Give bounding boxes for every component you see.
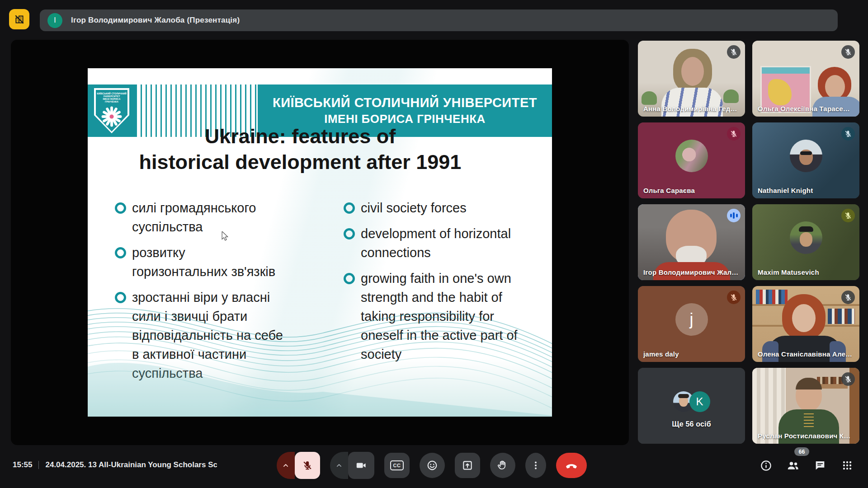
participant-name: Maxim Matusevich bbox=[758, 268, 819, 276]
mic-off-icon bbox=[730, 48, 738, 56]
meeting-info: 15:55 24.04.2025. 13 All-Ukrainian Young… bbox=[13, 460, 217, 469]
more-participants-tile[interactable]: K Ще 56 осіб bbox=[638, 368, 745, 444]
camera-control-group bbox=[330, 452, 374, 479]
participant-tile-ruslan[interactable]: Руслан Ростиславович К… bbox=[752, 368, 859, 444]
mic-off-icon bbox=[730, 130, 738, 138]
person-face bbox=[825, 75, 845, 99]
participants-grid: Анна Володимирівна Гед… Ольга Олексіївна… bbox=[638, 41, 859, 444]
mic-off-icon bbox=[844, 48, 852, 56]
clock-time: 15:55 bbox=[13, 460, 32, 469]
embroidery bbox=[804, 411, 814, 429]
participant-tile-james[interactable]: j james daly bbox=[638, 286, 745, 362]
presentation-stage: КИЇВСЬКИЙ СТОЛИЧНИЙ УНІВЕРСИТЕТ ІМЕНІ БО… bbox=[11, 40, 629, 445]
activities-button[interactable] bbox=[840, 458, 854, 473]
presenter-initial: I bbox=[54, 16, 56, 24]
mic-off-icon bbox=[844, 293, 852, 301]
participant-name: Ольга Сараєва bbox=[643, 187, 695, 194]
bullet-item: civil society forces bbox=[344, 198, 528, 217]
more-options-icon bbox=[530, 460, 541, 471]
meeting-title: 24.04.2025. 13 All-Ukrainian Young Schol… bbox=[45, 460, 217, 469]
meeting-details-button[interactable] bbox=[759, 458, 773, 473]
stacked-avatars: K bbox=[673, 391, 710, 412]
mic-off-badge bbox=[841, 45, 855, 59]
mic-control-group bbox=[277, 452, 320, 479]
mic-options-caret[interactable] bbox=[277, 452, 295, 479]
smiley-icon bbox=[426, 460, 438, 471]
captions-icon: CC bbox=[390, 460, 404, 470]
mic-off-badge bbox=[727, 291, 741, 304]
call-controls: CC bbox=[277, 452, 587, 479]
end-call-button[interactable] bbox=[556, 453, 587, 478]
participant-tile-anna[interactable]: Анна Володимирівна Гед… bbox=[638, 41, 745, 117]
mic-mute-button[interactable] bbox=[295, 452, 320, 479]
mic-off-badge bbox=[727, 127, 741, 141]
books bbox=[756, 290, 788, 304]
mic-off-badge bbox=[841, 291, 855, 304]
people-icon bbox=[787, 459, 799, 472]
camera-button[interactable] bbox=[348, 452, 374, 479]
building-off-icon bbox=[14, 14, 25, 25]
presenter-avatar: I bbox=[47, 13, 62, 28]
camera-icon bbox=[356, 460, 367, 471]
slide-title-line1: Ukraine: features of bbox=[97, 123, 504, 149]
logo-text-1: КИЇВСЬКИЙ СТОЛИЧНИЙ УНІВЕРСИТЕТ bbox=[96, 92, 127, 98]
meeting-panels bbox=[759, 458, 854, 473]
end-call-icon bbox=[565, 459, 578, 472]
captions-button[interactable]: CC bbox=[384, 453, 410, 478]
person-face bbox=[792, 304, 816, 332]
people-panel-button[interactable] bbox=[786, 458, 800, 473]
participant-tile-olena[interactable]: Олена Станіславівна Але… bbox=[752, 286, 859, 362]
bullet-item: development of horizontal connections bbox=[344, 224, 528, 262]
present-screen-button[interactable] bbox=[455, 453, 480, 478]
avatar bbox=[790, 221, 822, 254]
camera-options-caret[interactable] bbox=[330, 452, 348, 479]
participant-name: Ігор Володимирович Жал… bbox=[643, 268, 738, 276]
participant-tile-nathaniel[interactable]: Nathaniel Knight bbox=[752, 122, 859, 198]
chat-panel-button[interactable] bbox=[813, 458, 827, 473]
mic-off-badge bbox=[841, 127, 855, 141]
slide-title: Ukraine: features of historical developm… bbox=[97, 123, 504, 175]
mic-off-badge bbox=[841, 372, 855, 386]
chevron-up-icon bbox=[335, 461, 344, 470]
avatar bbox=[675, 140, 708, 172]
mic-off-icon bbox=[844, 211, 852, 220]
participant-tile-olga-t[interactable]: Ольга Олексіївна Тарасе… bbox=[752, 41, 859, 117]
avatar-letter: K bbox=[689, 391, 710, 412]
mic-off-icon bbox=[844, 130, 852, 138]
logo-text-2: ІМЕНІ БОРИСА ГРІНЧЕНКА bbox=[96, 98, 127, 103]
reactions-button[interactable] bbox=[420, 453, 445, 478]
participant-tile-igor-speaking[interactable]: Ігор Володимирович Жал… bbox=[638, 204, 745, 280]
participant-name: Ольга Олексіївна Тарасе… bbox=[758, 105, 850, 113]
plant-decor bbox=[723, 89, 739, 103]
raise-hand-icon bbox=[497, 460, 509, 471]
presenter-pill: I Ігор Володимирович Жалоба (Презентація… bbox=[40, 9, 838, 31]
participant-tile-maxim[interactable]: Maxim Matusevich bbox=[752, 204, 859, 280]
slide-title-line2: historical development after 1991 bbox=[97, 149, 504, 175]
mic-off-icon bbox=[302, 460, 313, 471]
bullet-item: силі громадянського суспільства bbox=[115, 198, 283, 236]
shared-slide: КИЇВСЬКИЙ СТОЛИЧНИЙ УНІВЕРСИТЕТ ІМЕНІ БО… bbox=[88, 68, 552, 417]
audio-level-indicator bbox=[727, 209, 741, 222]
presentation-hidden-badge[interactable] bbox=[9, 9, 29, 29]
bottom-bar: 15:55 24.04.2025. 13 All-Ukrainian Young… bbox=[0, 450, 868, 488]
participant-name: Анна Володимирівна Гед… bbox=[643, 105, 737, 113]
avatar bbox=[790, 140, 822, 172]
present-icon bbox=[462, 460, 473, 471]
person-face bbox=[681, 57, 704, 86]
apps-grid-icon bbox=[841, 460, 853, 471]
presenter-label: Ігор Володимирович Жалоба (Презентація) bbox=[71, 16, 240, 25]
chat-icon bbox=[814, 460, 826, 471]
raise-hand-button[interactable] bbox=[490, 453, 515, 478]
mic-off-icon bbox=[730, 293, 738, 301]
books bbox=[828, 309, 855, 324]
mouse-cursor-icon bbox=[221, 231, 230, 241]
divider bbox=[38, 461, 39, 469]
plant-decor bbox=[642, 91, 657, 105]
participant-name: Руслан Ростиславович К… bbox=[758, 432, 850, 440]
participant-name: james daly bbox=[643, 350, 679, 358]
participant-name: Олена Станіславівна Але… bbox=[758, 350, 852, 358]
chevron-up-icon bbox=[281, 461, 290, 470]
mic-off-icon bbox=[844, 375, 852, 383]
participant-tile-olga-s[interactable]: Ольга Сараєва bbox=[638, 122, 745, 198]
more-options-button[interactable] bbox=[525, 453, 546, 478]
